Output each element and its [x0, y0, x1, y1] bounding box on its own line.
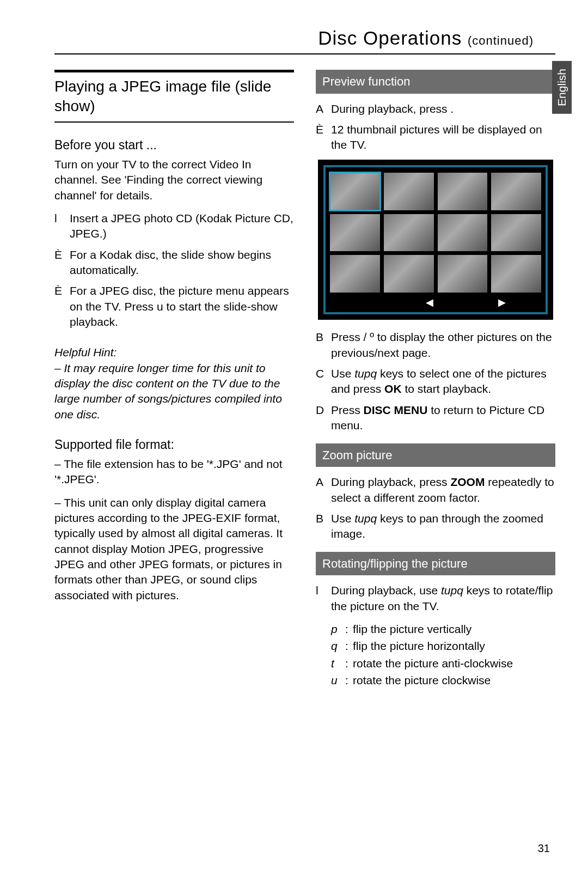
- key-list: p:ﬂip the picture vertically q:ﬂip the p…: [331, 622, 555, 688]
- preview-function-bar: Preview function: [316, 70, 555, 94]
- left-column: Playing a JPEG image ﬁle (slide show) Be…: [54, 70, 294, 690]
- section-title: Playing a JPEG image ﬁle (slide show): [54, 76, 294, 118]
- step-label: A: [316, 101, 331, 117]
- preview-step-d-text: Press DISC MENU to return to Picture CD …: [331, 403, 555, 434]
- result-marker: È: [316, 122, 331, 153]
- step-label: B: [316, 330, 331, 361]
- preview-step-a-sub: È 12 thumbnail pictures will be displaye…: [316, 122, 555, 153]
- key-row: q:ﬂip the picture horizontally: [331, 638, 555, 654]
- language-tab: English: [552, 61, 572, 114]
- thumbnail-preview: ◀ ▶: [318, 160, 553, 320]
- key-row: u:rotate the picture clockwise: [331, 673, 555, 688]
- preview-step-a-sub-text: 12 thumbnail pictures will be displayed …: [331, 122, 555, 153]
- preview-step-a-text: During playback, press .: [331, 101, 454, 117]
- thumbnail: [330, 255, 380, 293]
- key-row: p:ﬂip the picture vertically: [331, 622, 555, 637]
- section-title-block: Playing a JPEG image ﬁle (slide show): [54, 70, 294, 123]
- header-sub: (continued): [468, 34, 534, 47]
- preview-step-a: A During playback, press .: [316, 101, 555, 117]
- preview-step-d: D Press DISC MENU to return to Picture C…: [316, 403, 555, 434]
- thumbnail: [438, 255, 488, 293]
- step-label: A: [316, 475, 331, 506]
- page-header: Disc Operations (continued): [54, 27, 555, 54]
- insert-step: l Insert a JPEG photo CD (Kodak Picture …: [54, 211, 294, 242]
- zoom-step-a-text: During playback, press ZOOM repeatedly t…: [331, 475, 555, 506]
- hint-body: – It may require longer time for this un…: [54, 361, 294, 422]
- preview-step-b-text: Press / º to display the other pictures …: [331, 330, 555, 361]
- thumbnail: [330, 214, 380, 252]
- thumbnail: [330, 173, 380, 210]
- before-you-start-head: Before you start ...: [54, 137, 294, 154]
- step-label: D: [316, 403, 331, 434]
- page-number: 31: [538, 842, 550, 855]
- thumbnail: [491, 173, 541, 210]
- kodak-result: È For a Kodak disc, the slide show begin…: [54, 247, 294, 278]
- preview-step-c: C Use tupq keys to select one of the pic…: [316, 366, 555, 397]
- insert-text: Insert a JPEG photo CD (Kodak Picture CD…: [70, 211, 294, 242]
- result-marker: È: [54, 247, 70, 278]
- thumbnail: [438, 173, 488, 210]
- nav-next-icon: ▶: [498, 296, 506, 309]
- rotate-flip-bar: Rotating/ﬂipping the picture: [316, 552, 555, 576]
- thumbnail: [384, 173, 434, 210]
- format-1: – The ﬁle extension has to be '*.JPG' an…: [54, 457, 294, 488]
- jpeg-result: È For a JPEG disc, the picture menu appe…: [54, 283, 294, 330]
- thumbnail-grid: [330, 173, 541, 293]
- thumbnail: [491, 255, 541, 293]
- header-main: Disc Operations: [318, 27, 468, 48]
- preview-step-c-text: Use tupq keys to select one of the pictu…: [331, 366, 555, 397]
- step-marker: l: [316, 583, 331, 614]
- zoom-step-b: B Use tupq keys to pan through the zoome…: [316, 511, 555, 542]
- before-you-start-body: Turn on your TV to the correct Video In …: [54, 157, 294, 203]
- hint-head: Helpful Hint:: [54, 345, 294, 360]
- step-label: B: [316, 511, 331, 542]
- nav-prev-icon: ◀: [426, 296, 433, 309]
- jpeg-text: For a JPEG disc, the picture menu appear…: [70, 283, 294, 330]
- rotate-step-text: During playback, use tupq keys to rotate…: [331, 583, 555, 614]
- preview-step-b: B Press / º to display the other picture…: [316, 330, 555, 361]
- thumbnail: [384, 214, 434, 252]
- format-head: Supported ﬁle format:: [54, 436, 294, 453]
- thumbnail: [384, 255, 434, 293]
- rotate-step: l During playback, use tupq keys to rota…: [316, 583, 555, 614]
- zoom-picture-bar: Zoom picture: [316, 443, 555, 467]
- step-marker: l: [54, 211, 70, 242]
- kodak-text: For a Kodak disc, the slide show begins …: [70, 247, 294, 278]
- zoom-step-a: A During playback, press ZOOM repeatedly…: [316, 475, 555, 506]
- result-marker: È: [54, 283, 70, 330]
- step-label: C: [316, 366, 331, 397]
- format-2: – This unit can only display digital cam…: [54, 495, 294, 603]
- zoom-step-b-text: Use tupq keys to pan through the zoomed …: [331, 511, 555, 542]
- thumbnail: [491, 214, 541, 252]
- key-row: t:rotate the picture anti-clockwise: [331, 656, 555, 671]
- thumbnail: [438, 214, 488, 252]
- thumbnail-nav: ◀ ▶: [330, 293, 541, 310]
- right-column: Preview function A During playback, pres…: [316, 70, 555, 690]
